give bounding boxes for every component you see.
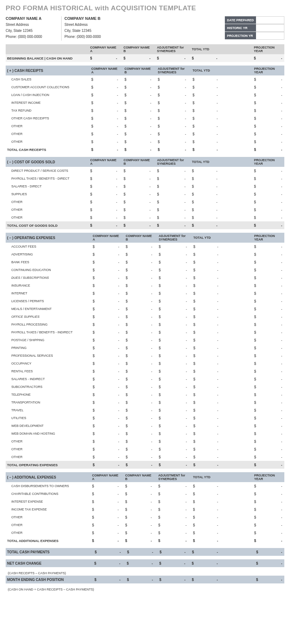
amount-cell[interactable]: - [130,336,154,344]
amount-cell[interactable]: - [97,482,121,490]
amount-cell[interactable]: - [198,445,221,453]
amount-cell[interactable]: - [259,107,284,114]
amount-cell[interactable]: - [129,146,154,153]
amount-cell[interactable]: - [198,453,221,461]
amount-cell[interactable]: - [97,521,121,529]
amount-cell[interactable]: - [97,498,121,505]
amount-cell[interactable]: - [259,130,284,138]
amount-cell[interactable]: - [97,266,121,274]
amount-cell[interactable]: - [128,182,153,190]
amount-cell[interactable]: - [163,83,188,91]
date-input[interactable] [256,16,284,24]
amount-cell[interactable]: - [198,328,221,336]
amount-cell[interactable]: - [259,243,284,250]
amount-cell[interactable]: - [198,498,220,505]
amount-cell[interactable]: - [129,99,154,107]
amount-cell[interactable]: - [198,406,221,414]
amount-cell[interactable]: - [198,490,220,498]
amount-cell[interactable]: - [130,482,154,490]
amount-cell[interactable]: - [163,75,188,83]
amount-cell[interactable]: - [259,282,284,289]
amount-cell[interactable]: - [164,274,189,282]
amount-cell[interactable]: - [164,576,188,583]
amount-cell[interactable]: - [259,99,284,107]
amount-cell[interactable]: - [164,414,189,422]
amount-cell[interactable]: - [163,146,188,153]
amount-cell[interactable]: - [130,328,154,336]
amount-cell[interactable]: - [197,99,220,107]
amount-cell[interactable]: - [163,537,189,544]
amount-cell[interactable]: - [198,266,221,274]
amount-cell[interactable]: - [198,529,220,537]
amount-cell[interactable]: - [259,352,284,360]
amount-cell[interactable]: - [197,114,220,122]
amount-cell[interactable]: - [198,461,221,469]
amount-cell[interactable]: - [130,274,154,282]
amount-cell[interactable]: - [259,482,284,490]
amount-cell[interactable]: - [95,175,119,182]
amount-cell[interactable]: - [259,505,284,513]
amount-cell[interactable]: - [130,375,154,383]
amount-cell[interactable]: - [198,399,221,406]
amount-cell[interactable]: - [128,221,153,229]
amount-cell[interactable]: - [259,336,284,344]
amount-cell[interactable]: - [259,258,284,266]
amount-cell[interactable]: - [128,190,153,198]
amount-cell[interactable]: - [129,114,154,122]
amount-cell[interactable]: - [198,352,221,360]
amount-cell[interactable]: - [164,548,188,556]
amount-cell[interactable]: - [259,297,284,305]
amount-cell[interactable]: - [164,399,189,406]
amount-cell[interactable]: - [259,289,284,297]
amount-cell[interactable]: - [259,367,284,375]
amount-cell[interactable]: - [95,221,119,229]
amount-cell[interactable]: - [259,190,284,198]
amount-cell[interactable]: - [130,258,154,266]
amount-cell[interactable]: - [163,482,189,490]
amount-cell[interactable]: - [164,328,189,336]
amount-cell[interactable]: - [259,114,284,122]
amount-cell[interactable]: - [97,430,121,437]
amount-cell[interactable]: - [130,297,154,305]
amount-cell[interactable]: - [163,91,188,99]
amount-cell[interactable]: - [130,289,154,297]
amount-cell[interactable]: - [128,198,153,206]
amount-cell[interactable]: - [99,548,123,556]
amount-cell[interactable]: - [259,305,284,313]
amount-cell[interactable]: - [130,305,154,313]
amount-cell[interactable]: - [163,114,188,122]
amount-cell[interactable]: - [259,206,284,214]
amount-cell[interactable]: - [197,576,220,583]
amount-cell[interactable]: - [96,99,120,107]
amount-cell[interactable]: - [97,328,121,336]
amount-cell[interactable]: - [164,305,189,313]
amount-cell[interactable]: - [164,430,189,437]
amount-cell[interactable]: - [130,243,154,250]
amount-cell[interactable]: - [164,422,189,430]
amount-cell[interactable]: - [130,513,154,521]
amount-cell[interactable]: - [164,360,189,367]
amount-cell[interactable]: - [95,206,119,214]
amount-cell[interactable]: - [97,258,121,266]
amount-cell[interactable]: - [97,437,121,445]
amount-cell[interactable]: - [198,437,221,445]
amount-cell[interactable]: - [198,274,221,282]
amount-cell[interactable]: - [198,243,221,250]
amount-cell[interactable]: - [198,521,220,529]
amount-cell[interactable]: - [198,422,221,430]
amount-cell[interactable]: - [128,175,153,182]
amount-cell[interactable]: - [197,130,220,138]
amount-cell[interactable]: - [197,107,220,114]
amount-cell[interactable]: - [259,490,284,498]
amount-cell[interactable]: - [198,383,221,391]
amount-cell[interactable]: - [162,182,188,190]
amount-cell[interactable]: - [96,114,120,122]
amount-cell[interactable]: - [97,505,121,513]
amount-cell[interactable]: - [95,167,119,175]
amount-cell[interactable]: - [162,54,188,62]
amount-cell[interactable]: - [129,138,154,146]
amount-cell[interactable]: - [164,297,189,305]
amount-cell[interactable]: - [97,297,121,305]
amount-cell[interactable]: - [97,399,121,406]
amount-cell[interactable]: - [130,367,154,375]
